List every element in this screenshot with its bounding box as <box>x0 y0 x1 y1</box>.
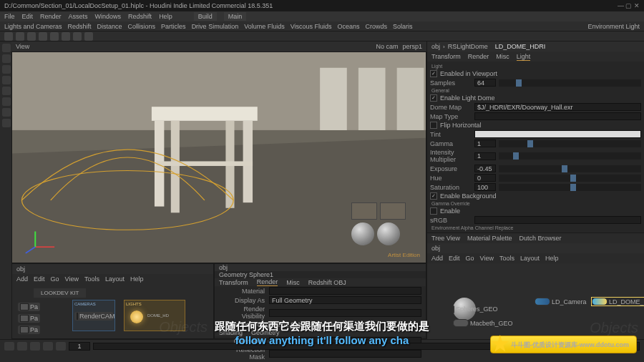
tool-move[interactable] <box>2 54 11 63</box>
gamma-slider[interactable] <box>499 140 641 147</box>
menu-help[interactable]: Help <box>159 13 172 20</box>
shelf-particles[interactable]: Particles <box>161 23 186 30</box>
shelf-solaris[interactable]: Solaris <box>393 23 413 30</box>
rtab-dutch[interactable]: Dutch Browser <box>519 235 562 242</box>
ptab-misc[interactable]: Misc <box>496 53 509 60</box>
window-controls[interactable]: — ▢ ✕ <box>618 2 640 9</box>
tool-rotate[interactable] <box>2 65 11 74</box>
ptab-render[interactable]: Render <box>468 53 489 60</box>
play-first[interactable] <box>4 342 14 351</box>
menu-assets[interactable]: Assets <box>69 13 88 20</box>
menu-file[interactable]: File <box>4 13 15 20</box>
network-canvas-right[interactable]: Spheres_GEO Macbeth_GEO LD_Camera LD_DOM… <box>427 263 644 339</box>
enablebg-check[interactable] <box>430 192 437 200</box>
shelf-viscous[interactable]: Viscous Fluids <box>291 23 332 30</box>
tab-go[interactable]: Go <box>51 275 59 283</box>
breadcrumb-obj[interactable]: obj <box>219 264 228 271</box>
shelf-collisions[interactable]: Collisions <box>128 23 156 30</box>
menu-redshift[interactable]: Redshift <box>128 13 152 20</box>
viewport-3d[interactable]: Artist Edition <box>11 52 426 263</box>
tool-a[interactable] <box>2 87 11 95</box>
node-canvas-left[interactable]: LOOKDEV KIT Pa Pa Pa CAMERAS RenderCAM L… <box>12 284 213 338</box>
menu-edit[interactable]: Edit <box>22 13 34 20</box>
tab-render[interactable]: Render <box>257 278 278 286</box>
tab-transform[interactable]: Transform <box>219 279 248 286</box>
tab-view[interactable]: View <box>65 275 79 283</box>
reflmask-field[interactable] <box>269 350 421 358</box>
sat-slider[interactable] <box>499 184 641 191</box>
viewport-nocam[interactable]: No cam <box>376 43 398 50</box>
enable-go-check[interactable] <box>430 207 437 215</box>
bc-hdri[interactable]: LD_DOME_HDRI <box>495 43 546 50</box>
tool-icon[interactable] <box>16 32 24 41</box>
tint-field[interactable] <box>474 130 641 138</box>
desktop-main[interactable]: Main <box>224 12 247 21</box>
bc-obj[interactable]: obj <box>431 43 440 50</box>
node-hdri[interactable]: LD_DOME_HDRI <box>592 298 644 305</box>
intensity-field[interactable]: 1 <box>474 152 496 160</box>
tool-scale[interactable] <box>2 76 11 84</box>
hue-slider[interactable] <box>499 175 641 182</box>
menu-render[interactable]: Render <box>40 13 62 20</box>
shelf-envlight[interactable]: Environment Light <box>587 23 640 30</box>
sat-field[interactable]: 100 <box>474 183 496 191</box>
tool-b[interactable] <box>2 97 11 106</box>
play-last[interactable] <box>56 342 66 351</box>
tool-icon[interactable] <box>84 32 93 41</box>
frame-start[interactable]: 1 <box>69 342 90 351</box>
tool-icon[interactable] <box>39 32 47 41</box>
tab-misc[interactable]: Misc <box>286 279 300 286</box>
tab-add[interactable]: Add <box>16 275 28 283</box>
samples-field[interactable]: 64 <box>474 79 496 87</box>
rendervis-field[interactable] <box>269 309 421 317</box>
srgb-field[interactable] <box>474 216 641 224</box>
bc-rslight[interactable]: RSLightDome <box>448 43 488 50</box>
rtab-tree[interactable]: Tree View <box>431 235 460 242</box>
tool-icon[interactable] <box>62 32 70 41</box>
shelf-drive[interactable]: Drive Simulation <box>192 23 239 30</box>
tab-layout[interactable]: Layout <box>105 275 125 283</box>
tab-rsobj[interactable]: Redshift OBJ <box>308 279 346 286</box>
shelf-lights[interactable]: Lights and Cameras <box>4 23 62 30</box>
maptype-field[interactable] <box>474 112 641 120</box>
node-macbeth[interactable]: Macbeth_GEO <box>453 319 513 327</box>
exposure-slider[interactable] <box>499 165 641 172</box>
tool-d[interactable] <box>2 119 11 127</box>
node-spheres[interactable]: Spheres_GEO <box>453 298 476 321</box>
breadcrumb-obj[interactable]: obj <box>16 265 25 273</box>
domemap-field[interactable]: $J/_HDRI/EXR/Doorway_Hall.exr <box>474 103 641 111</box>
intensity-slider[interactable] <box>499 152 641 160</box>
play-next[interactable] <box>43 342 53 351</box>
display-field[interactable]: Full Geometry <box>269 296 421 304</box>
shelf-oceans[interactable]: Oceans <box>338 23 360 30</box>
gamma-field[interactable]: 1 <box>474 140 496 147</box>
tool-icon[interactable] <box>50 32 59 41</box>
fliph-check[interactable] <box>430 122 437 129</box>
viewport-persp[interactable]: persp1 <box>402 43 422 50</box>
node-camera[interactable]: LD_Camera <box>535 298 587 305</box>
enabled-vp-check[interactable] <box>430 70 437 77</box>
ptab-light[interactable]: Light <box>517 53 531 61</box>
material-field[interactable] <box>269 287 421 295</box>
shelf-crowds[interactable]: Crowds <box>366 23 388 30</box>
exposure-field[interactable]: -0.45 <box>474 165 496 172</box>
bc-obj2[interactable]: obj <box>431 245 440 252</box>
pa-node[interactable]: Pa <box>18 303 40 311</box>
shelf-distance[interactable]: Distance <box>97 23 122 30</box>
tab-help[interactable]: Help <box>130 275 144 283</box>
menu-windows[interactable]: Windows <box>95 13 122 20</box>
tool-icon[interactable] <box>4 32 13 41</box>
tab-edit[interactable]: Edit <box>34 275 45 283</box>
tool-c[interactable] <box>2 108 11 117</box>
tool-icon[interactable] <box>73 32 82 41</box>
cameras-group[interactable]: CAMERAS RenderCAM <box>72 300 115 331</box>
play-play[interactable] <box>30 342 40 351</box>
play-prev[interactable] <box>17 342 27 351</box>
rtab-mat[interactable]: Material Palette <box>467 235 512 242</box>
tab-tools[interactable]: Tools <box>84 275 99 283</box>
pa-node[interactable]: Pa <box>18 314 40 323</box>
desktop-build[interactable]: Build <box>194 12 217 21</box>
hue-field[interactable]: 0 <box>474 174 496 182</box>
shelf-redshift[interactable]: Redshift <box>68 23 92 30</box>
samples-slider[interactable] <box>499 79 641 87</box>
